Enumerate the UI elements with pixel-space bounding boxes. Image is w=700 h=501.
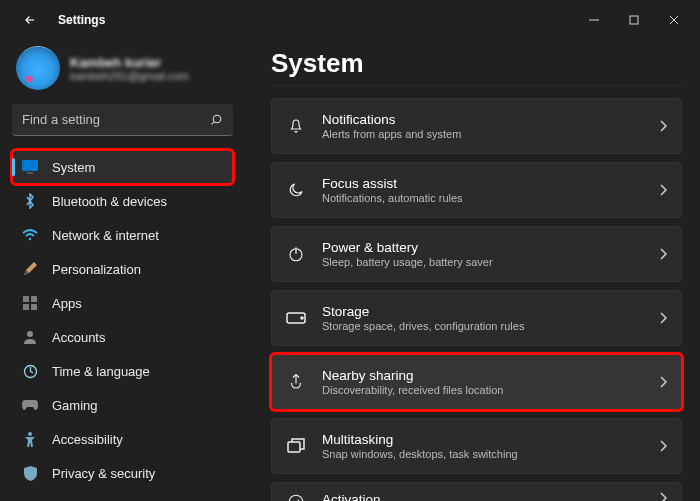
card-multitasking[interactable]: Multitasking Snap windows, desktops, tas…	[271, 418, 682, 474]
svg-point-19	[301, 317, 303, 319]
profile-email: kambeh291@gmail.com	[70, 70, 189, 82]
nav-list: System Bluetooth & devices Network & int…	[12, 150, 233, 490]
sidebar-item-label: Accounts	[52, 330, 105, 345]
sidebar-item-privacy[interactable]: Privacy & security	[12, 456, 233, 490]
card-storage[interactable]: Storage Storage space, drives, configura…	[271, 290, 682, 346]
sidebar-item-system[interactable]: System	[12, 150, 233, 184]
chevron-right-icon	[659, 312, 667, 324]
card-title: Power & battery	[322, 240, 493, 255]
windows-icon	[286, 436, 306, 456]
back-button[interactable]	[18, 8, 42, 32]
card-desc: Storage space, drives, configuration rul…	[322, 320, 524, 332]
profile-block[interactable]: Kambeh kurier kambeh291@gmail.com	[12, 46, 233, 104]
card-title: Storage	[322, 304, 524, 319]
sidebar-item-accounts[interactable]: Accounts	[12, 320, 233, 354]
divider	[271, 85, 682, 86]
sidebar-item-accessibility[interactable]: Accessibility	[12, 422, 233, 456]
svg-rect-6	[22, 160, 38, 171]
sidebar-item-label: Gaming	[52, 398, 98, 413]
card-focus-assist[interactable]: Focus assist Notifications, automatic ru…	[271, 162, 682, 218]
avatar	[16, 46, 60, 90]
wifi-icon	[22, 227, 38, 243]
chevron-right-icon	[659, 376, 667, 388]
sidebar-item-gaming[interactable]: Gaming	[12, 388, 233, 422]
page-title: System	[271, 48, 682, 79]
sidebar-item-personalization[interactable]: Personalization	[12, 252, 233, 286]
sidebar-item-label: Apps	[52, 296, 82, 311]
sidebar-item-label: Personalization	[52, 262, 141, 277]
chevron-right-icon	[659, 248, 667, 260]
app-title: Settings	[58, 13, 105, 27]
brush-icon	[22, 261, 38, 277]
drive-icon	[286, 308, 306, 328]
title-bar: Settings	[0, 0, 700, 40]
chevron-right-icon	[659, 120, 667, 132]
sidebar-item-time[interactable]: Time & language	[12, 354, 233, 388]
svg-line-5	[212, 122, 214, 124]
svg-point-4	[213, 115, 221, 123]
gaming-icon	[22, 397, 38, 413]
sidebar-item-label: Privacy & security	[52, 466, 155, 481]
sidebar-item-label: Network & internet	[52, 228, 159, 243]
card-desc: Snap windows, desktops, task switching	[322, 448, 518, 460]
bell-icon	[286, 116, 306, 136]
search-input[interactable]	[22, 112, 210, 127]
sidebar-item-bluetooth[interactable]: Bluetooth & devices	[12, 184, 233, 218]
sidebar-item-network[interactable]: Network & internet	[12, 218, 233, 252]
card-title: Focus assist	[322, 176, 463, 191]
svg-rect-20	[288, 442, 300, 452]
card-title: Activation	[322, 492, 530, 501]
svg-point-8	[29, 238, 31, 240]
shield-icon	[22, 465, 38, 481]
svg-rect-7	[27, 172, 33, 174]
settings-list: Notifications Alerts from apps and syste…	[271, 98, 682, 501]
card-title: Notifications	[322, 112, 461, 127]
share-icon	[286, 372, 306, 392]
close-button[interactable]	[654, 6, 694, 34]
chevron-right-icon	[659, 492, 667, 501]
card-desc: Alerts from apps and system	[322, 128, 461, 140]
card-desc: Notifications, automatic rules	[322, 192, 463, 204]
maximize-button[interactable]	[614, 6, 654, 34]
person-icon	[22, 329, 38, 345]
profile-name: Kambeh kurier	[70, 55, 189, 70]
card-power[interactable]: Power & battery Sleep, battery usage, ba…	[271, 226, 682, 282]
bluetooth-icon	[22, 193, 38, 209]
svg-rect-12	[31, 304, 37, 310]
globe-clock-icon	[22, 363, 38, 379]
card-desc: Discoverability, received files location	[322, 384, 503, 396]
svg-point-15	[28, 432, 32, 436]
system-icon	[22, 159, 38, 175]
moon-icon	[286, 180, 306, 200]
svg-rect-10	[31, 296, 37, 302]
svg-point-13	[27, 331, 33, 337]
sidebar-item-label: Time & language	[52, 364, 150, 379]
card-title: Multitasking	[322, 432, 518, 447]
minimize-button[interactable]	[574, 6, 614, 34]
power-icon	[286, 244, 306, 264]
search-icon	[210, 113, 223, 126]
svg-rect-1	[630, 16, 638, 24]
card-activation[interactable]: Activation Activation state, subscriptio…	[271, 482, 682, 501]
sidebar-item-label: Bluetooth & devices	[52, 194, 167, 209]
search-box[interactable]	[12, 104, 233, 136]
window-controls	[574, 6, 694, 34]
card-title: Nearby sharing	[322, 368, 503, 383]
card-desc: Sleep, battery usage, battery saver	[322, 256, 493, 268]
sidebar: Kambeh kurier kambeh291@gmail.com System	[0, 40, 245, 501]
svg-point-21	[289, 495, 303, 501]
content-area: System Notifications Alerts from apps an…	[245, 40, 700, 501]
check-icon	[286, 492, 306, 501]
svg-rect-11	[23, 304, 29, 310]
sidebar-item-apps[interactable]: Apps	[12, 286, 233, 320]
accessibility-icon	[22, 431, 38, 447]
chevron-right-icon	[659, 440, 667, 452]
sidebar-item-label: System	[52, 160, 95, 175]
apps-icon	[22, 295, 38, 311]
card-notifications[interactable]: Notifications Alerts from apps and syste…	[271, 98, 682, 154]
sidebar-item-label: Accessibility	[52, 432, 123, 447]
chevron-right-icon	[659, 184, 667, 196]
card-nearby-sharing[interactable]: Nearby sharing Discoverability, received…	[271, 354, 682, 410]
svg-rect-9	[23, 296, 29, 302]
